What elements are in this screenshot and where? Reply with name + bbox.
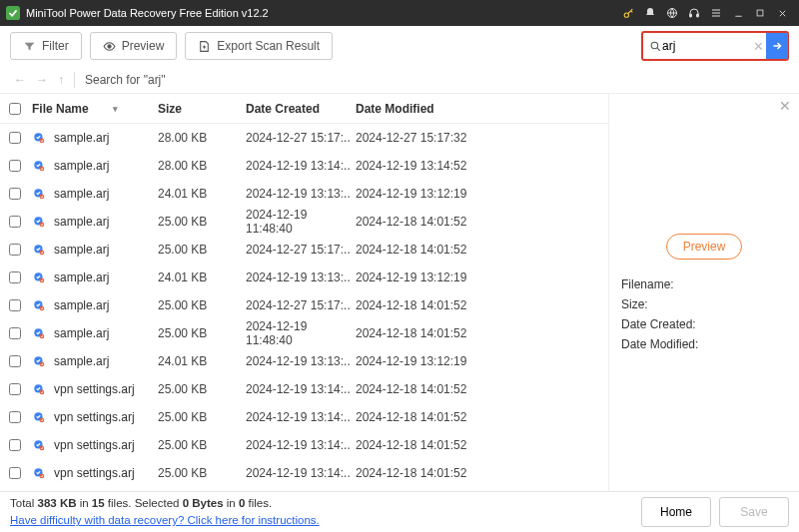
nav-row: ← → ↑ Search for "arj" (0, 66, 799, 94)
cell-created: 2024-12-19 13:13:.. (246, 354, 356, 368)
cell-modified: 2024-12-27 15:17:32 (356, 131, 608, 145)
file-icon (32, 159, 46, 173)
table-row[interactable]: sample.arj25.00 KB2024-12-27 15:17:..202… (0, 291, 608, 319)
home-button[interactable]: Home (641, 497, 711, 527)
maximize-icon[interactable] (749, 2, 771, 24)
file-icon (32, 326, 46, 340)
row-checkbox[interactable] (9, 160, 21, 172)
table-row[interactable]: sample.arj25.00 KB2024-12-27 15:17:..202… (0, 236, 608, 264)
filter-icon (23, 40, 36, 53)
col-modified[interactable]: Date Modified (356, 102, 600, 116)
cell-modified: 2024-12-18 14:01:52 (356, 243, 608, 257)
preview-button[interactable]: Preview (90, 32, 178, 60)
cell-filename: vpn settings.arj (54, 410, 135, 424)
svg-point-6 (108, 44, 111, 47)
svg-rect-3 (690, 14, 692, 17)
row-checkbox[interactable] (9, 439, 21, 451)
row-checkbox[interactable] (9, 411, 21, 423)
cell-modified: 2024-12-19 13:12:19 (356, 354, 608, 368)
row-checkbox[interactable] (9, 355, 21, 367)
cell-created: 2024-12-19 13:14:.. (246, 438, 356, 452)
file-icon (32, 466, 46, 480)
row-checkbox[interactable] (9, 132, 21, 144)
row-checkbox[interactable] (9, 383, 21, 395)
table-row[interactable]: sample.arj28.00 KB2024-12-27 15:17:..202… (0, 124, 608, 152)
search-box[interactable]: ✕ (641, 31, 789, 61)
row-checkbox[interactable] (9, 188, 21, 200)
cell-size: 25.00 KB (158, 466, 246, 480)
row-checkbox[interactable] (9, 271, 21, 283)
cell-modified: 2024-12-19 13:12:19 (356, 187, 608, 201)
cell-modified: 2024-12-18 14:01:52 (356, 298, 608, 312)
nav-forward-icon[interactable]: → (36, 73, 48, 87)
cell-modified: 2024-12-18 14:01:52 (356, 382, 608, 396)
col-created[interactable]: Date Created (246, 102, 356, 116)
svg-point-7 (651, 42, 658, 49)
row-checkbox[interactable] (9, 467, 21, 479)
table-row[interactable]: vpn settings.arj25.00 KB2024-12-19 13:14… (0, 431, 608, 459)
cell-size: 24.01 KB (158, 354, 246, 368)
table-row[interactable]: vpn settings.arj25.00 KB2024-12-19 13:14… (0, 375, 608, 403)
col-size[interactable]: Size (158, 102, 246, 116)
app-title: MiniTool Power Data Recovery Free Editio… (26, 7, 617, 19)
save-button[interactable]: Save (719, 497, 789, 527)
table-header: File Name▾ Size Date Created Date Modifi… (0, 94, 608, 124)
globe-icon[interactable] (661, 2, 683, 24)
help-link[interactable]: Have difficulty with data recovery? Clic… (10, 512, 320, 529)
key-icon[interactable] (617, 2, 639, 24)
row-checkbox[interactable] (9, 216, 21, 228)
table-row[interactable]: sample.arj25.00 KB2024-12-19 11:48:40202… (0, 208, 608, 236)
minimize-icon[interactable] (727, 2, 749, 24)
close-icon[interactable] (771, 2, 793, 24)
cell-modified: 2024-12-18 14:01:52 (356, 326, 608, 340)
export-button[interactable]: Export Scan Result (185, 32, 333, 60)
preview-pane-button[interactable]: Preview (666, 234, 743, 260)
cell-created: 2024-12-19 11:48:40 (246, 319, 356, 347)
nav-up-icon[interactable]: ↑ (58, 73, 64, 87)
file-icon (32, 187, 46, 201)
meta-filename: Filename: (621, 277, 787, 291)
cell-created: 2024-12-19 13:13:.. (246, 187, 356, 201)
cell-filename: sample.arj (54, 270, 109, 284)
select-all-checkbox[interactable] (9, 103, 21, 115)
file-icon (32, 410, 46, 424)
table-row[interactable]: vpn settings.arj25.00 KB2024-12-19 13:14… (0, 459, 608, 487)
svg-rect-5 (757, 10, 763, 16)
cell-filename: sample.arj (54, 243, 109, 257)
footer: Total 383 KB in 15 files. Selected 0 Byt… (0, 491, 799, 532)
cell-modified: 2024-12-19 13:14:52 (356, 159, 608, 173)
eye-icon (103, 40, 116, 53)
bell-icon[interactable] (639, 2, 661, 24)
app-icon (6, 6, 20, 20)
menu-icon[interactable] (705, 2, 727, 24)
nav-back-icon[interactable]: ← (14, 73, 26, 87)
filter-button[interactable]: Filter (10, 32, 82, 60)
table-row[interactable]: sample.arj25.00 KB2024-12-19 11:48:40202… (0, 319, 608, 347)
filter-label: Filter (42, 39, 69, 53)
table-row[interactable]: sample.arj24.01 KB2024-12-19 13:13:..202… (0, 347, 608, 375)
table-row[interactable]: sample.arj24.01 KB2024-12-19 13:13:..202… (0, 180, 608, 208)
table-row[interactable]: sample.arj28.00 KB2024-12-19 13:14:..202… (0, 152, 608, 180)
cell-filename: sample.arj (54, 215, 109, 229)
cell-size: 25.00 KB (158, 298, 246, 312)
search-go-button[interactable] (766, 33, 788, 59)
cell-modified: 2024-12-18 14:01:52 (356, 466, 608, 480)
col-filename[interactable]: File Name▾ (30, 102, 158, 116)
table-row[interactable]: sample.arj24.01 KB2024-12-19 13:13:..202… (0, 264, 608, 291)
row-checkbox[interactable] (9, 327, 21, 339)
clear-search-icon[interactable]: ✕ (750, 39, 766, 54)
row-checkbox[interactable] (9, 299, 21, 311)
row-checkbox[interactable] (9, 244, 21, 256)
file-icon (32, 243, 46, 257)
headphones-icon[interactable] (683, 2, 705, 24)
table-row[interactable]: vpn settings.arj25.00 KB2024-12-19 13:14… (0, 403, 608, 431)
cell-size: 25.00 KB (158, 438, 246, 452)
search-input[interactable] (662, 39, 750, 53)
cell-modified: 2024-12-19 13:12:19 (356, 270, 608, 284)
cell-size: 25.00 KB (158, 243, 246, 257)
footer-status: Total 383 KB in 15 files. Selected 0 Byt… (10, 495, 320, 530)
cell-size: 25.00 KB (158, 382, 246, 396)
preview-close-icon[interactable]: ✕ (779, 98, 791, 114)
cell-size: 24.01 KB (158, 270, 246, 284)
preview-label: Preview (122, 39, 165, 53)
